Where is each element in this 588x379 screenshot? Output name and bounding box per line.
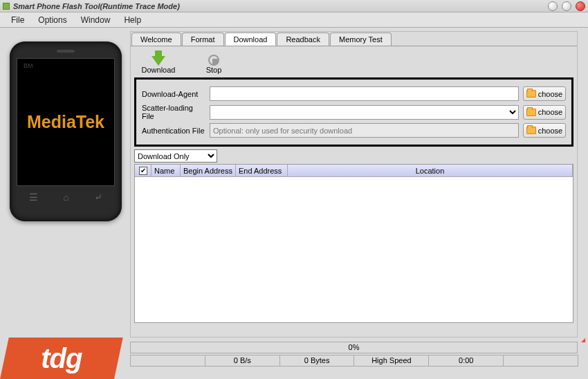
folder-icon bbox=[526, 109, 536, 116]
header-name[interactable]: Name bbox=[151, 165, 181, 176]
window-title: Smart Phone Flash Tool(Runtime Trace Mod… bbox=[13, 2, 548, 10]
download-mode-select[interactable]: Download Only bbox=[134, 149, 217, 163]
header-begin-address[interactable]: Begin Address bbox=[181, 165, 236, 176]
folder-icon bbox=[526, 127, 536, 134]
progress-bar: 0% bbox=[130, 342, 578, 353]
phone-bm-label: BM bbox=[24, 62, 33, 69]
tab-bar: Welcome Format Download Readback Memory … bbox=[131, 33, 577, 46]
status-empty2 bbox=[503, 355, 578, 367]
tab-download[interactable]: Download bbox=[225, 33, 277, 46]
red-tick-icon: ◢ bbox=[581, 337, 585, 343]
scatter-file-combo[interactable] bbox=[210, 105, 519, 120]
download-arrow-icon bbox=[151, 56, 165, 66]
download-agent-input[interactable] bbox=[210, 86, 519, 101]
status-empty1 bbox=[130, 355, 205, 367]
folder-icon bbox=[526, 90, 536, 98]
status-time: 0:00 bbox=[428, 355, 504, 367]
auth-file-label: Authentication File bbox=[142, 127, 205, 135]
status-mode: High Speed bbox=[353, 355, 429, 367]
status-bytes: 0 Bytes bbox=[279, 355, 355, 367]
header-end-address[interactable]: End Address bbox=[236, 165, 288, 176]
tab-readback[interactable]: Readback bbox=[277, 33, 329, 46]
table-body bbox=[135, 177, 573, 322]
phone-brand-logo: MediaTek bbox=[27, 112, 104, 132]
phone-preview: BM MediaTek ☰ ⌂ ⤶ bbox=[10, 41, 122, 221]
status-bar: 0% 0 B/s 0 Bytes High Speed 0:00 bbox=[130, 342, 578, 367]
tdg-watermark: tdg bbox=[0, 338, 123, 379]
menu-window[interactable]: Window bbox=[74, 14, 118, 26]
menu-help[interactable]: Help bbox=[117, 14, 148, 26]
select-all-checkbox[interactable]: ✔ bbox=[139, 167, 147, 175]
auth-file-input[interactable] bbox=[210, 123, 519, 138]
download-button[interactable]: Download bbox=[131, 50, 186, 74]
partition-table: ✔ Name Begin Address End Address Locatio… bbox=[134, 164, 573, 323]
auth-file-choose-button[interactable]: choose bbox=[523, 123, 566, 138]
maximize-button[interactable] bbox=[562, 1, 571, 11]
tab-format[interactable]: Format bbox=[182, 33, 224, 46]
download-agent-choose-button[interactable]: choose bbox=[523, 86, 566, 101]
stop-button-label: Stop bbox=[206, 66, 222, 74]
back-softkey-icon: ⤶ bbox=[94, 192, 102, 203]
menu-options[interactable]: Options bbox=[31, 14, 73, 26]
home-softkey-icon: ⌂ bbox=[63, 192, 68, 203]
phone-screen: MediaTek bbox=[17, 58, 115, 186]
phone-speaker-icon bbox=[57, 50, 75, 53]
header-checkbox-column[interactable]: ✔ bbox=[135, 165, 151, 176]
close-button[interactable] bbox=[576, 1, 585, 11]
menu-softkey-icon: ☰ bbox=[29, 192, 38, 203]
minimize-button[interactable] bbox=[548, 1, 558, 11]
download-button-label: Download bbox=[142, 66, 176, 74]
menu-file[interactable]: File bbox=[4, 14, 31, 26]
status-speed: 0 B/s bbox=[205, 355, 280, 367]
file-selection-box: Download-Agent choose Scatter-loading Fi… bbox=[134, 77, 573, 147]
scatter-file-choose-button[interactable]: choose bbox=[523, 105, 566, 120]
header-location[interactable]: Location bbox=[288, 165, 573, 176]
menubar: File Options Window Help bbox=[0, 12, 588, 28]
titlebar: Smart Phone Flash Tool(Runtime Trace Mod… bbox=[0, 0, 588, 12]
toolbar: Download Stop bbox=[131, 46, 577, 77]
stop-icon bbox=[208, 55, 219, 66]
content-area: Welcome Format Download Readback Memory … bbox=[130, 31, 578, 338]
stop-button[interactable]: Stop bbox=[186, 50, 241, 74]
app-icon bbox=[3, 3, 10, 10]
tab-memory-test[interactable]: Memory Test bbox=[330, 33, 392, 46]
table-header: ✔ Name Begin Address End Address Locatio… bbox=[135, 165, 573, 177]
tab-welcome[interactable]: Welcome bbox=[131, 33, 181, 46]
scatter-file-label: Scatter-loading File bbox=[142, 104, 205, 120]
download-agent-label: Download-Agent bbox=[142, 90, 205, 98]
